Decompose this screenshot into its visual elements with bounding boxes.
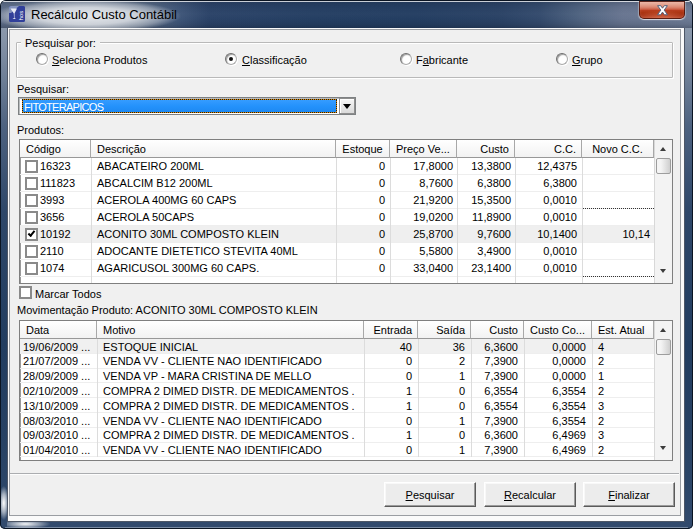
svg-text:hos: hos xyxy=(18,11,24,21)
